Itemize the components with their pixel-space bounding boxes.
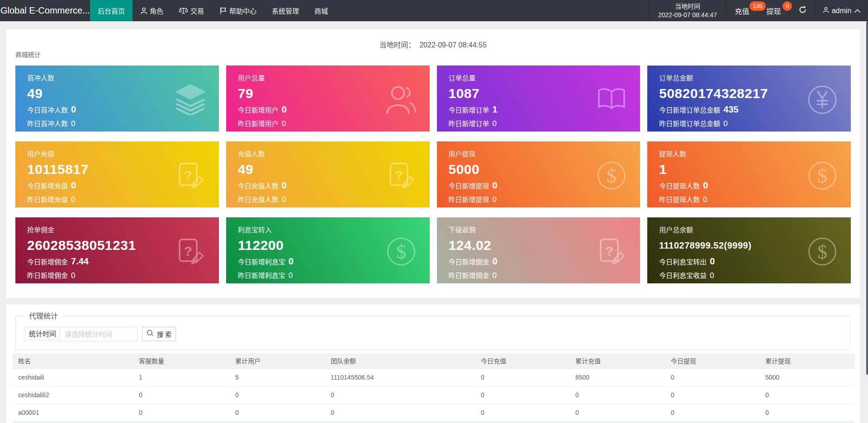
refresh-button[interactable] [789, 0, 815, 21]
dollar-circle-icon: $ [807, 236, 837, 267]
stat-card-yesterday-label: 昨日新增订单 [449, 119, 489, 128]
doc-question-icon: ? [175, 236, 205, 267]
table-cell: ceshidaili [13, 368, 133, 386]
withdraw-label: 提现 [766, 5, 781, 16]
stat-card-title: 订单总金额 [659, 74, 839, 82]
stat-card-today-value: 0 [282, 105, 287, 114]
table-cell: 1 [133, 368, 230, 386]
user-icon [823, 7, 829, 15]
local-time-value: 2022-09-07 08:44:47 [658, 11, 717, 19]
svg-text:$: $ [817, 241, 827, 263]
table-cell: ceshidalili2 [13, 386, 133, 404]
stat-card-today-label: 今日充值人数 [238, 182, 279, 191]
nav-item-4[interactable]: 帮助中心 [212, 0, 264, 21]
stat-card-yesterday-value: 0 [723, 119, 727, 128]
stat-card-8: 提现人数 1 今日提现人数 0 昨日提现人数 0 $ [647, 141, 851, 207]
search-button[interactable]: 搜 索 [142, 327, 176, 341]
shop-statistics-title: 商城统计 [15, 50, 41, 59]
stat-card-yesterday-value: 0 [493, 119, 497, 128]
agent-statistics-fieldset: 代理统计 统计时间 搜 索 [15, 310, 850, 350]
stat-card-title: 首冲人数 [27, 74, 207, 82]
stat-card-yesterday-value: 0 [493, 271, 497, 280]
table-cell: 0 [133, 404, 230, 421]
stat-card-yesterday-label: 昨日新增提现 [449, 195, 489, 204]
stat-card-10: 利息宝转入 112200 今日新增利息宝 0 昨日新增利息宝 0 $ [226, 217, 430, 283]
stat-card-today-label: 今日新增提现 [449, 182, 489, 191]
page-scrollbar-thumb[interactable] [866, 21, 868, 375]
stat-card-title: 充值人数 [238, 150, 418, 158]
table-header-cell: 客服数量 [133, 353, 230, 368]
stat-card-yesterday-label: 昨日提现人数 [659, 195, 700, 204]
stat-card-5: 用户充值 10115817 今日新增充值 0 昨日新增充值 0 ? [15, 141, 219, 207]
stat-card-today-value: 0 [703, 181, 708, 190]
table-cell: 0 [760, 404, 855, 421]
table-cell: 8500 [570, 368, 665, 386]
table-cell: 5000 [760, 368, 855, 386]
stat-card-yesterday-value: 0 [71, 119, 75, 128]
table-cell: 5 [230, 368, 325, 386]
stat-card-yesterday-line: 昨日新增用户 0 [238, 119, 418, 128]
nav-item-2[interactable]: 角色 [133, 0, 171, 21]
nav-item-6[interactable]: 商城 [307, 0, 336, 21]
stat-time-input[interactable] [60, 327, 138, 341]
recharge-link[interactable]: 充值 135 [726, 0, 758, 21]
refresh-icon [799, 6, 806, 15]
user-menu[interactable]: admin [815, 0, 868, 21]
stat-card-today-label: 今日利息宝转出 [659, 258, 707, 267]
nav-item-5[interactable]: 系统管理 [264, 0, 307, 21]
stat-card-yesterday-value: 0 [710, 271, 714, 280]
recharge-label: 充值 [735, 5, 749, 16]
stat-card-7: 用户提现 5000 今日新增提现 0 昨日新增提现 0 $ [437, 141, 640, 207]
table-cell: 0 [570, 404, 665, 421]
stat-card-today-label: 今日首冲人数 [27, 106, 68, 115]
stat-card-title: 用户总量 [238, 74, 418, 82]
table-cell: 0 [475, 368, 570, 386]
search-button-label: 搜 索 [157, 329, 171, 338]
stat-card-yesterday-line: 昨日新增佣金 0 [27, 271, 207, 280]
agent-table-header-row: 姓名客服数量累计用户团队余额今日充值累计充值今日提现累计提现 [13, 353, 855, 368]
nav-item-label: 后台首页 [98, 6, 125, 15]
filter-row: 统计时间 搜 索 [25, 327, 850, 341]
table-header-cell: 今日充值 [475, 353, 570, 368]
stat-card-yesterday-label: 昨日新增佣金 [449, 271, 489, 280]
stat-card-yesterday-line: 昨日新增充值 0 [27, 195, 207, 204]
stat-card-yesterday-value: 0 [289, 271, 293, 280]
nav-item-label: 交易 [190, 6, 204, 15]
svg-text:?: ? [184, 168, 192, 183]
stat-card-today-label: 今日新增订单 [449, 106, 489, 115]
stat-card-12: 用户总余额 1110278999.52(9999) 今日利息宝转出 0 今日利息… [647, 217, 851, 283]
table-row: ceshidaili151110145506.540850005000 [13, 368, 855, 386]
top-navbar: Global E-Commerce... 后台首页 角色 交易 帮助中心 系统管… [0, 0, 868, 21]
doc-question-icon: ? [175, 160, 205, 191]
agent-statistics-panel: 代理统计 统计时间 搜 索 姓名客服数量累计用户团队余额今日充值累计充值今日提现… [6, 305, 860, 423]
stat-card-title: 抢单佣金 [27, 226, 207, 234]
stat-card-today-label: 今日新增用户 [238, 106, 279, 115]
panel-local-time: 当地时间：2022-09-07 08:44:55 [6, 39, 860, 50]
users-icon [386, 85, 416, 115]
username: admin [832, 7, 852, 15]
nav-item-3[interactable]: 交易 [171, 0, 212, 21]
table-cell: 0 [475, 386, 570, 404]
stat-time-label: 统计时间 [25, 327, 60, 341]
table-row: a000010000000 [13, 404, 855, 421]
stat-card-3: 订单总量 1087 今日新增订单 1 昨日新增订单 0 [437, 66, 640, 132]
panel-local-time-label: 当地时间： [379, 41, 415, 49]
table-cell: 0 [325, 404, 475, 421]
agent-table: 姓名客服数量累计用户团队余额今日充值累计充值今日提现累计提现 ceshidail… [13, 353, 855, 423]
chevron-up-icon [854, 7, 861, 15]
stat-card-today-value: 0 [71, 181, 76, 190]
stat-card-yesterday-label: 昨日新增佣金 [27, 271, 68, 280]
table-cell: 0 [665, 368, 760, 386]
book-icon [597, 85, 626, 115]
stat-card-title: 订单总量 [449, 74, 629, 82]
dollar-circle-icon: $ [807, 160, 837, 191]
navbar-right: 当地时间 2022-09-07 08:44:47 充值 135 提现 0 adm… [649, 0, 868, 21]
svg-text:$: $ [607, 165, 617, 187]
stat-card-today-label: 今日新增佣金 [449, 258, 489, 267]
stat-card-yesterday-value: 0 [703, 195, 707, 204]
dollar-circle-icon: $ [597, 160, 626, 191]
stat-card-yesterday-line: 昨日新增订单 0 [449, 119, 629, 128]
agent-statistics-title: 代理统计 [24, 310, 62, 321]
stat-card-today-value: 0 [493, 181, 498, 190]
nav-item-1[interactable]: 后台首页 [90, 0, 133, 21]
